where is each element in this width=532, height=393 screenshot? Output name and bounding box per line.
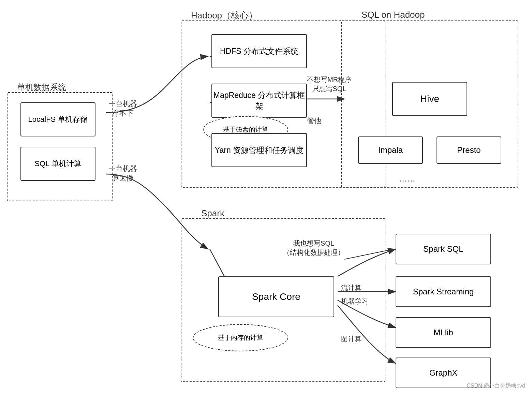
annotation-ml: 机器学习 bbox=[341, 297, 368, 306]
annotation-storage: 一台机器 存不下 bbox=[108, 99, 137, 118]
annotation-no-mr: 不想写MR程序 只想写SQL bbox=[307, 75, 352, 93]
watermark: CSDN @小白兔奶糖ovd bbox=[467, 382, 525, 390]
diagram: 单机数据系统 LocalFS 单机存储 SQL 单机计算 一台机器 存不下 一台… bbox=[0, 0, 532, 393]
hadoop-label: Hadoop（核心） bbox=[191, 10, 257, 21]
annotation-stream: 流计算 bbox=[341, 283, 361, 292]
impala-box: Impala bbox=[358, 136, 423, 164]
hdfs-box: HDFS 分布式文件系统 bbox=[211, 34, 307, 68]
presto-box: Presto bbox=[437, 136, 501, 164]
yarn-box: Yarn 资源管理和任务调度 bbox=[211, 133, 307, 167]
sql-box: SQL 单机计算 bbox=[20, 147, 95, 181]
spark-streaming-box: Spark Streaming bbox=[396, 276, 491, 307]
annotation-manage: 管他 bbox=[307, 116, 321, 126]
localfs-box: LocalFS 单机存储 bbox=[20, 102, 95, 136]
mem-calc-oval: 基于内存的计算 bbox=[193, 324, 288, 351]
annotation-slow: 一台机器 算太慢 bbox=[108, 164, 137, 183]
mapreduce-box: MapReduce 分布式计算框架 bbox=[211, 84, 307, 118]
spark-sql-box: Spark SQL bbox=[396, 234, 491, 264]
mllib-box: MLlib bbox=[396, 317, 491, 348]
annotation-want-sql: 我也想写SQL （结构化数据处理） bbox=[283, 239, 344, 257]
sql-on-hadoop-label: SQL on Hadoop bbox=[361, 10, 425, 20]
annotation-graph: 图计算 bbox=[341, 334, 361, 344]
spark-label: Spark bbox=[201, 208, 224, 219]
standalone-label: 单机数据系统 bbox=[17, 82, 66, 93]
spark-core-box: Spark Core bbox=[218, 276, 334, 317]
ellipsis-label: …… bbox=[399, 174, 415, 184]
hive-box: Hive bbox=[392, 82, 467, 116]
